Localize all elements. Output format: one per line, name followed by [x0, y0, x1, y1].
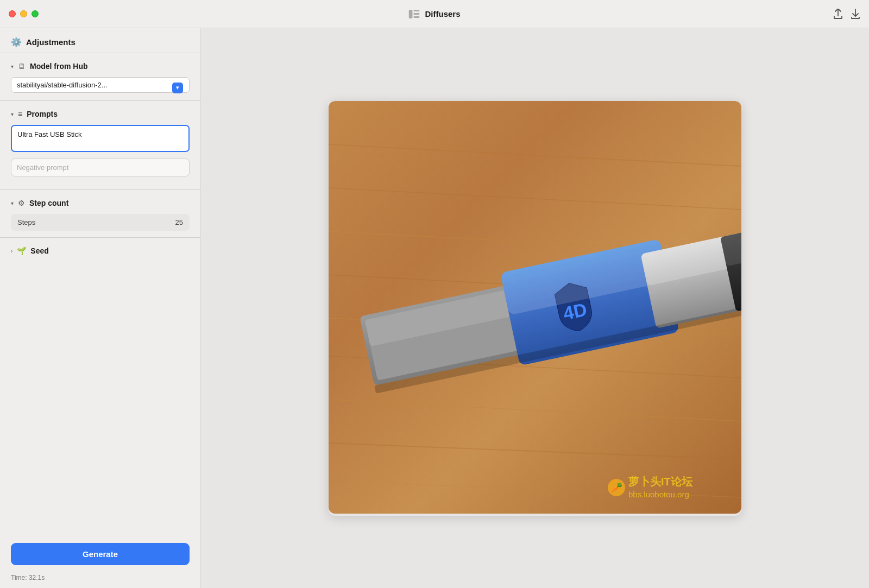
download-button[interactable] — [851, 9, 860, 20]
gear-icon: ⚙️ — [11, 37, 22, 47]
svg-rect-1 — [413, 10, 419, 11]
prompts-section: ▾ ≡ Prompts Ultra Fast USB Stick — [0, 105, 200, 189]
step-count-header[interactable]: ▾ ⚙ Step count — [0, 194, 200, 212]
seed-section[interactable]: › 🌱 Seed — [0, 242, 200, 260]
maximize-button[interactable] — [32, 10, 39, 17]
seed-expand-arrow: › — [11, 248, 12, 254]
prompts-content: Ultra Fast USB Stick — [0, 123, 200, 189]
sidebar-toggle-button[interactable] — [408, 10, 419, 18]
svg-rect-3 — [413, 16, 419, 18]
prompts-section-header[interactable]: ▾ ≡ Prompts — [0, 105, 200, 123]
steps-row: Steps 25 — [11, 214, 190, 231]
steps-label: Steps — [17, 218, 35, 226]
model-section-header[interactable]: ▾ 🖥 Model from Hub — [0, 58, 200, 75]
titlebar: Diffusers — [0, 0, 869, 28]
model-icon: 🖥 — [18, 62, 26, 71]
model-section-label: Model from Hub — [30, 62, 88, 71]
time-label: Time: 32.1s — [0, 574, 200, 588]
prompt-input[interactable]: Ultra Fast USB Stick — [11, 125, 190, 152]
svg-text:🥕: 🥕 — [610, 482, 623, 494]
steps-value: 25 — [175, 218, 183, 226]
sidebar-divider — [0, 53, 200, 53]
main-layout: ⚙️ Adjustments ▾ 🖥 Model from Hub stabil… — [0, 28, 869, 588]
svg-rect-0 — [408, 10, 412, 18]
step-count-arrow: ▾ — [11, 200, 14, 206]
svg-rect-2 — [413, 13, 419, 15]
sidebar-divider-4 — [0, 237, 200, 238]
generated-image: 4D 🥕 — [329, 101, 741, 516]
model-select[interactable]: stabilityai/stable-diffusion-2... runway… — [11, 77, 190, 93]
share-icon — [833, 9, 843, 20]
sidebar-spacer — [0, 260, 200, 534]
app-title: Diffusers — [425, 9, 460, 18]
model-section: ▾ 🖥 Model from Hub stabilityai/stable-di… — [0, 58, 200, 100]
usb-image-svg: 4D 🥕 — [329, 101, 741, 514]
seed-label: Seed — [30, 246, 48, 255]
adjustments-title: Adjustments — [26, 37, 75, 47]
traffic-lights — [9, 10, 39, 17]
negative-prompt-input[interactable] — [11, 159, 190, 176]
prompts-section-label: Prompts — [27, 110, 58, 118]
sidebar: ⚙️ Adjustments ▾ 🖥 Model from Hub stabil… — [0, 28, 201, 588]
model-select-wrapper: stabilityai/stable-diffusion-2... runway… — [0, 75, 200, 100]
generate-button[interactable]: Generate — [11, 543, 190, 565]
sidebar-toggle-icon — [408, 10, 419, 18]
sidebar-divider-2 — [0, 100, 200, 101]
step-count-section: ▾ ⚙ Step count Steps 25 — [0, 194, 200, 237]
title-actions — [833, 9, 860, 20]
prompts-collapse-arrow: ▾ — [11, 111, 14, 117]
share-button[interactable] — [833, 9, 843, 20]
adjustments-header: ⚙️ Adjustments — [0, 28, 200, 53]
step-count-icon: ⚙ — [18, 199, 25, 207]
step-count-content: Steps 25 — [0, 212, 200, 237]
seed-icon: 🌱 — [17, 246, 26, 255]
prompts-icon: ≡ — [18, 110, 22, 118]
model-collapse-arrow: ▾ — [11, 64, 14, 69]
download-icon — [851, 9, 860, 20]
sidebar-divider-3 — [0, 189, 200, 190]
generate-btn-wrapper: Generate — [0, 534, 200, 574]
step-count-label: Step count — [29, 199, 68, 207]
close-button[interactable] — [9, 10, 16, 17]
minimize-button[interactable] — [20, 10, 27, 17]
content-area: 4D 🥕 — [201, 28, 869, 588]
svg-text:bbs.luobotou.org: bbs.luobotou.org — [628, 490, 689, 499]
title-center: Diffusers — [408, 9, 460, 18]
svg-text:萝卜头IT论坛: 萝卜头IT论坛 — [628, 476, 693, 488]
